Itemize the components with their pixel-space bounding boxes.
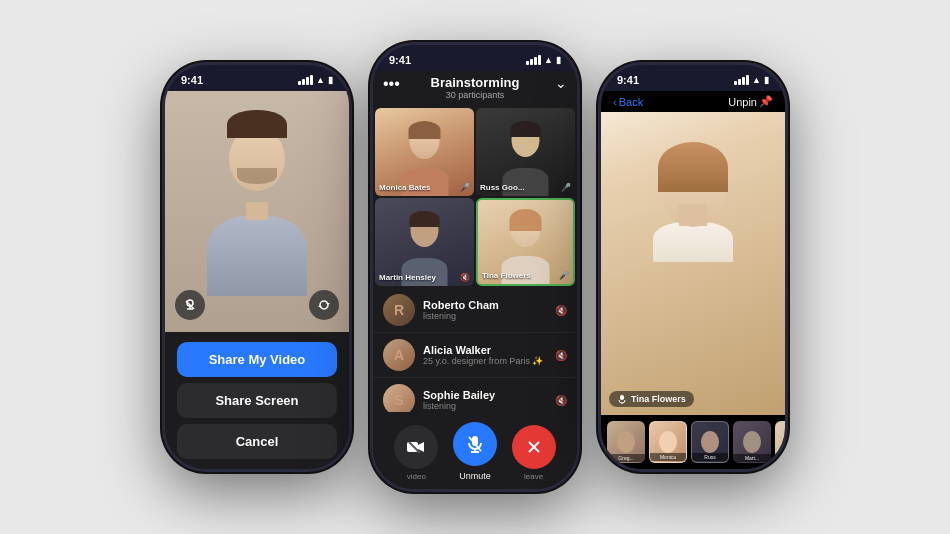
back-label: Back bbox=[619, 96, 643, 108]
phone3-content: ‹ Back Unpin 📌 Tin bbox=[601, 91, 785, 469]
more-options-button[interactable]: ••• bbox=[383, 75, 400, 93]
phone2-content: ••• Brainstorming 30 participants ⌄ Moni… bbox=[373, 71, 577, 489]
video-cell-monica: Monica Bates 🎤 bbox=[375, 108, 474, 196]
mic-icon-martin: 🔇 bbox=[460, 273, 470, 282]
mute-button[interactable] bbox=[453, 422, 497, 466]
participant-status-sophie: listening bbox=[423, 401, 547, 411]
status-icons-2: ▲ ▮ bbox=[526, 55, 561, 65]
phone1-content: Share My Video Share Screen Cancel bbox=[165, 91, 349, 469]
pinned-name-badge: Tina Flowers bbox=[609, 391, 694, 407]
participant-item-roberto[interactable]: R Roberto Cham listening 🔇 bbox=[373, 288, 577, 333]
video-label-russ: Russ Goo... bbox=[480, 183, 524, 192]
time-1: 9:41 bbox=[181, 74, 203, 86]
mic-icon-russ: 🎤 bbox=[561, 183, 571, 192]
status-icons-3: ▲ ▮ bbox=[734, 75, 769, 85]
chevron-left-icon: ‹ bbox=[613, 96, 617, 108]
participant-name-alicia: Alicia Walker bbox=[423, 344, 547, 356]
call-controls: video Unmute leave bbox=[373, 412, 577, 489]
notch-1 bbox=[212, 65, 302, 87]
chevron-down-icon[interactable]: ⌄ bbox=[555, 75, 567, 91]
thumb-item-greg[interactable]: Greg... bbox=[607, 421, 645, 463]
thumb-item-tir[interactable]: Tir... bbox=[775, 421, 785, 463]
cancel-button[interactable]: Cancel bbox=[177, 424, 337, 459]
thumb-item-monica[interactable]: Monica bbox=[649, 421, 687, 463]
time-2: 9:41 bbox=[389, 54, 411, 66]
mic-status-sophie: 🔇 bbox=[555, 395, 567, 406]
mute-button-small[interactable] bbox=[175, 290, 205, 320]
call-header: ••• Brainstorming 30 participants ⌄ bbox=[373, 71, 577, 106]
thumb-label-russ: Russ bbox=[692, 453, 728, 461]
video-control[interactable]: video bbox=[394, 425, 438, 481]
unpin-label: Unpin bbox=[728, 96, 757, 108]
participant-item-alicia[interactable]: A Alicia Walker 25 y.o. designer from Pa… bbox=[373, 333, 577, 378]
wifi-icon: ▲ bbox=[316, 75, 325, 85]
svg-rect-12 bbox=[620, 395, 624, 400]
unpin-button[interactable]: Unpin 📌 bbox=[728, 95, 773, 108]
action-buttons: Share My Video Share Screen Cancel bbox=[165, 332, 349, 469]
participant-status-roberto: listening bbox=[423, 311, 547, 321]
pinned-header: ‹ Back Unpin 📌 bbox=[601, 91, 785, 112]
leave-label: leave bbox=[524, 472, 543, 481]
call-subtitle: 30 participants bbox=[431, 90, 520, 100]
participant-item-sophie[interactable]: S Sophie Bailey listening 🔇 bbox=[373, 378, 577, 412]
video-label: video bbox=[407, 472, 426, 481]
call-title: Brainstorming bbox=[431, 75, 520, 90]
notch-2 bbox=[430, 45, 520, 67]
thumb-label-mart: Mart... bbox=[733, 454, 771, 462]
phones-container: 9:41 ▲ ▮ bbox=[142, 22, 808, 512]
video-grid: Monica Bates 🎤 Russ Goo... 🎤 bbox=[373, 106, 577, 288]
share-video-button[interactable]: Share My Video bbox=[177, 342, 337, 377]
pinned-name: Tina Flowers bbox=[631, 394, 686, 404]
leave-button[interactable] bbox=[512, 425, 556, 469]
phone-2: 9:41 ▲ ▮ ••• Brainstorming 30 participan… bbox=[370, 42, 580, 492]
phone-1: 9:41 ▲ ▮ bbox=[162, 62, 352, 472]
leave-control[interactable]: leave bbox=[512, 425, 556, 481]
notch-3 bbox=[648, 65, 738, 87]
participant-info-sophie: Sophie Bailey listening bbox=[423, 389, 547, 411]
video-label-monica: Monica Bates bbox=[379, 183, 431, 192]
video-cell-russ: Russ Goo... 🎤 bbox=[476, 108, 575, 196]
mute-control[interactable]: Unmute bbox=[453, 422, 497, 481]
pinned-video: Tina Flowers bbox=[601, 112, 785, 415]
unmute-label: Unmute bbox=[459, 471, 491, 481]
thumb-item-mart[interactable]: Mart... bbox=[733, 421, 771, 463]
participant-list: R Roberto Cham listening 🔇 A Alicia Walk… bbox=[373, 288, 577, 412]
phone-3: 9:41 ▲ ▮ ‹ Back Unpin 📌 bbox=[598, 62, 788, 472]
participant-name-sophie: Sophie Bailey bbox=[423, 389, 547, 401]
avatar-alicia: A bbox=[383, 339, 415, 371]
thumb-item-russ[interactable]: Russ bbox=[691, 421, 729, 463]
video-cell-martin: Martin Hensley 🔇 bbox=[375, 198, 474, 286]
pin-icon: 📌 bbox=[759, 95, 773, 108]
wifi-icon-3: ▲ bbox=[752, 75, 761, 85]
thumb-label-tir: Tir... bbox=[775, 454, 785, 462]
video-preview bbox=[165, 91, 349, 332]
avatar-sophie: S bbox=[383, 384, 415, 412]
mic-icon-tina: 🎤 bbox=[559, 271, 569, 280]
participant-status-alicia: 25 y.o. designer from Paris ✨ bbox=[423, 356, 547, 366]
status-icons-1: ▲ ▮ bbox=[298, 75, 333, 85]
time-3: 9:41 bbox=[617, 74, 639, 86]
video-label-tina: Tina Flowers bbox=[482, 271, 531, 280]
battery-icon-2: ▮ bbox=[556, 55, 561, 65]
battery-icon: ▮ bbox=[328, 75, 333, 85]
mic-status-alicia: 🔇 bbox=[555, 350, 567, 361]
thumbnail-strip: Greg... Monica Russ bbox=[601, 415, 785, 469]
participant-name-roberto: Roberto Cham bbox=[423, 299, 547, 311]
thumb-label-greg: Greg... bbox=[607, 454, 645, 462]
thumb-label-monica: Monica bbox=[650, 453, 686, 461]
back-button[interactable]: ‹ Back bbox=[613, 96, 643, 108]
signal-icon-2 bbox=[526, 55, 541, 65]
video-button[interactable] bbox=[394, 425, 438, 469]
video-cell-tina: Tina Flowers 🎤 bbox=[476, 198, 575, 286]
battery-icon-3: ▮ bbox=[764, 75, 769, 85]
mic-icon-monica: 🎤 bbox=[460, 183, 470, 192]
avatar-roberto: R bbox=[383, 294, 415, 326]
wifi-icon-2: ▲ bbox=[544, 55, 553, 65]
mic-status-roberto: 🔇 bbox=[555, 305, 567, 316]
participant-info-alicia: Alicia Walker 25 y.o. designer from Pari… bbox=[423, 344, 547, 366]
share-screen-button[interactable]: Share Screen bbox=[177, 383, 337, 418]
video-label-martin: Martin Hensley bbox=[379, 273, 436, 282]
flip-camera-button[interactable] bbox=[309, 290, 339, 320]
participant-info-roberto: Roberto Cham listening bbox=[423, 299, 547, 321]
